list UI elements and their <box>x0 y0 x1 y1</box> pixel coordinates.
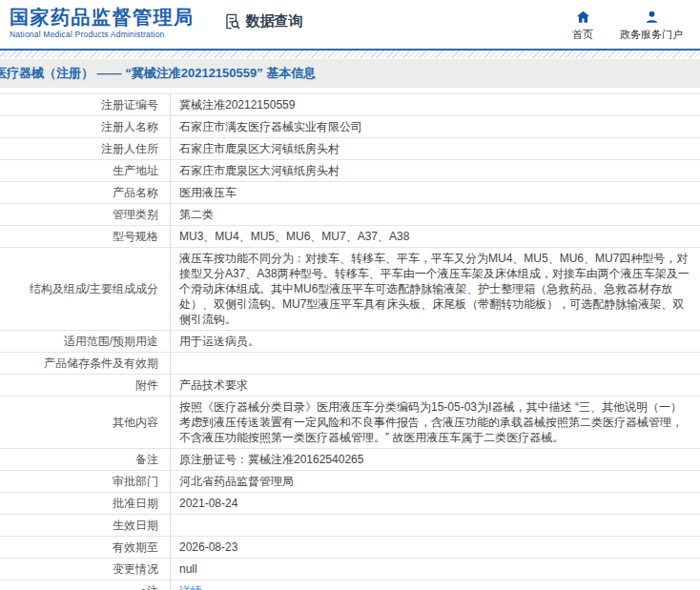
row-label: ●注 <box>0 580 170 590</box>
site-header: 国家药品监督管理局 National Medical Products Admi… <box>0 0 700 49</box>
row-value <box>170 353 700 374</box>
row-value: 石家庄市满友医疗器械实业有限公司 <box>170 116 700 137</box>
detail-link[interactable]: 详情 <box>179 583 202 590</box>
page-title: 医疗器械（注册） —— “冀械注准20212150559” 基本信息 <box>0 65 316 82</box>
row-value: 石家庄市鹿泉区大河镇纸房头村 <box>170 160 700 181</box>
row-value: 液压车按功能不同分为：对接车、转移车、平车，平车又分为MU4、MU5、MU6、M… <box>170 248 700 330</box>
row-value: 第二类 <box>170 204 700 225</box>
row-label: 适用范围/预期用途 <box>0 331 170 352</box>
row-value: 2026-08-23 <box>170 537 700 558</box>
row-label: 管理类别 <box>0 204 170 225</box>
logo-title: 国家药品监督管理局 <box>10 7 195 29</box>
table-row: 适用范围/预期用途用于运送病员。 <box>0 331 700 353</box>
row-value: 用于运送病员。 <box>170 331 700 352</box>
row-label: 注册人住所 <box>0 138 170 159</box>
row-value: 医用液压车 <box>170 182 700 203</box>
row-label: 有效期至 <box>0 537 170 558</box>
nmpa-logo[interactable]: 国家药品监督管理局 National Medical Products Admi… <box>10 7 195 39</box>
row-label: 产品储存条件及有效期 <box>0 353 170 374</box>
row-value: null <box>170 559 700 580</box>
table-row: 注册人名称石家庄市满友医疗器械实业有限公司 <box>0 116 700 138</box>
table-row: 备注原注册证号：冀械注准20162540265 <box>0 449 700 471</box>
row-label: 结构及组成/主要组成成分 <box>0 248 170 330</box>
table-row: 产品储存条件及有效期 <box>0 353 700 375</box>
table-row: ●注详情 <box>0 580 700 590</box>
table-row: 生产地址石家庄市鹿泉区大河镇纸房头村 <box>0 160 700 182</box>
top-nav: 首页 政务服务门户 <box>572 10 690 42</box>
row-label: 生效日期 <box>0 515 170 536</box>
table-row: 批准日期2021-08-24 <box>0 493 700 515</box>
decorative-stripe-band <box>0 51 700 58</box>
nav-home[interactable]: 首页 <box>572 10 593 42</box>
row-value: MU3、MU4、MU5、MU6、MU7、A37、A38 <box>170 226 700 247</box>
row-label: 注册证编号 <box>0 94 170 115</box>
table-row: 结构及组成/主要组成成分液压车按功能不同分为：对接车、转移车、平车，平车又分为M… <box>0 248 700 331</box>
row-label: 批准日期 <box>0 493 170 514</box>
table-row: 管理类别第二类 <box>0 204 700 226</box>
table-row: 产品名称医用液压车 <box>0 182 700 204</box>
home-icon <box>575 10 591 25</box>
table-row: 审批部门河北省药品监督管理局 <box>0 471 700 493</box>
row-value: 石家庄市鹿泉区大河镇纸房头村 <box>170 138 700 159</box>
row-label: 型号规格 <box>0 226 170 247</box>
row-label: 其他内容 <box>0 397 170 448</box>
row-label: 备注 <box>0 449 170 470</box>
logo-subtitle: National Medical Products Administration <box>10 30 195 39</box>
row-value: 详情 <box>170 580 700 590</box>
table-row: 变更情况null <box>0 559 700 580</box>
table-row: 注册人住所石家庄市鹿泉区大河镇纸房头村 <box>0 138 700 160</box>
nav-gov-portal[interactable]: 政务服务门户 <box>620 10 683 42</box>
row-label: 产品名称 <box>0 182 170 203</box>
row-label: 生产地址 <box>0 160 170 181</box>
table-row: 型号规格MU3、MU4、MU5、MU6、MU7、A37、A38 <box>0 226 700 248</box>
row-value: 冀械注准20212150559 <box>170 94 700 115</box>
row-value: 2021-08-24 <box>170 493 700 514</box>
row-value <box>170 515 700 536</box>
table-row: 生效日期 <box>0 515 700 537</box>
row-value: 原注册证号：冀械注准20162540265 <box>170 449 700 470</box>
row-value: 按照《医疗器械分类目录》医用液压车分类编码为15-05-03为Ⅰ器械，其中描述 … <box>170 397 700 448</box>
table-row: 其他内容按照《医疗器械分类目录》医用液压车分类编码为15-05-03为Ⅰ器械，其… <box>0 397 700 449</box>
breadcrumb-bar: 医疗器械（注册） —— “冀械注准20212150559” 基本信息 <box>0 59 700 88</box>
table-row: 附件产品技术要求 <box>0 375 700 397</box>
user-icon <box>644 10 660 25</box>
data-query-label: 数据查询 <box>246 12 303 31</box>
row-label: 附件 <box>0 375 170 396</box>
registration-info-table: 注册证编号冀械注准20212150559注册人名称石家庄市满友医疗器械实业有限公… <box>0 93 700 590</box>
nav-home-label: 首页 <box>572 28 593 42</box>
row-label: 变更情况 <box>0 559 170 580</box>
row-value: 河北省药品监督管理局 <box>170 471 700 492</box>
row-value: 产品技术要求 <box>170 375 700 396</box>
document-search-icon <box>223 12 241 31</box>
row-label: 注册人名称 <box>0 116 170 137</box>
table-row: 有效期至2026-08-23 <box>0 537 700 559</box>
nav-gov-portal-label: 政务服务门户 <box>620 28 683 42</box>
data-query-section[interactable]: 数据查询 <box>223 12 303 31</box>
table-row: 注册证编号冀械注准20212150559 <box>0 94 700 116</box>
row-label: 审批部门 <box>0 471 170 492</box>
